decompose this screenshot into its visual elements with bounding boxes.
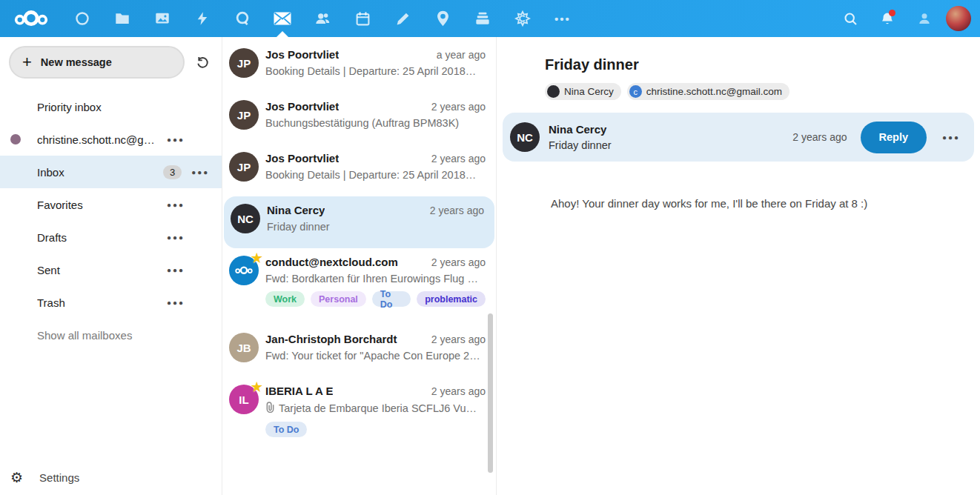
- plus-icon: +: [22, 54, 32, 70]
- message-row[interactable]: JB Jan-Christoph Borchardt 2 years ago F…: [222, 325, 496, 377]
- message-time: 2 years ago: [431, 333, 486, 345]
- sender-avatar: JB: [229, 333, 259, 362]
- sidebar-item-drafts[interactable]: Drafts ●●●: [0, 221, 222, 253]
- nextcloud-logo[interactable]: [0, 0, 62, 37]
- sender-name: Jos Poortvliet: [265, 152, 339, 165]
- sidebar-item-trash[interactable]: Trash ●●●: [0, 286, 222, 319]
- recipient-avatar: c: [629, 85, 642, 98]
- message-row[interactable]: IL ★ IBERIA L A E 2 years ago Tarjeta de…: [222, 377, 496, 454]
- gear-icon: ⚙: [10, 469, 23, 486]
- tag-problematic[interactable]: problematic: [417, 291, 486, 307]
- message-subject: Fwd: Bordkarten für Ihren Eurowings Flug…: [265, 273, 486, 285]
- calendar-icon[interactable]: [342, 0, 383, 37]
- thread-title: Friday dinner: [545, 56, 974, 73]
- reply-button[interactable]: Reply: [861, 122, 927, 153]
- maps-icon[interactable]: [423, 0, 463, 37]
- user-avatar: [946, 6, 971, 31]
- message-time: 2 years ago: [430, 205, 484, 216]
- message-header-card[interactable]: NC Nina Cercy Friday dinner 2 years ago …: [503, 113, 974, 162]
- sender-name: Jos Poortvliet: [265, 48, 339, 61]
- sender-name: IBERIA L A E: [265, 385, 333, 397]
- sidebar-item-sent[interactable]: Sent ●●●: [0, 253, 222, 286]
- tag-list: Work Personal To Do problematic: [265, 291, 486, 307]
- notes-icon[interactable]: [383, 0, 423, 37]
- activity-icon[interactable]: [182, 0, 222, 37]
- sidebar-item-show-all-mailboxes[interactable]: Show all mailboxes: [0, 319, 222, 351]
- collectives-icon[interactable]: [503, 0, 543, 37]
- new-message-button[interactable]: + New message: [9, 46, 185, 79]
- message-subject: Booking Details | Departure: 25 April 20…: [265, 65, 486, 77]
- sender-avatar: NC: [510, 122, 540, 152]
- sender-name: Nina Cercy: [267, 204, 325, 216]
- mail-icon[interactable]: [262, 0, 302, 37]
- sender-name: Jos Poortvliet: [265, 100, 339, 113]
- tag-todo[interactable]: To Do: [372, 291, 411, 307]
- sidebar-item-inbox[interactable]: Inbox 3 ●●●: [0, 156, 222, 188]
- contacts-menu-icon[interactable]: [906, 0, 943, 37]
- mail-sidebar: + New message Priority inbox christine.s…: [0, 37, 222, 495]
- refresh-icon[interactable]: [192, 49, 213, 76]
- more-apps-icon[interactable]: •••: [543, 0, 583, 37]
- sidebar-item-favorites[interactable]: Favorites ●●●: [0, 188, 222, 221]
- card-subject: Friday dinner: [549, 139, 792, 151]
- talk-icon[interactable]: [222, 0, 262, 37]
- sender-name: Jan-Christoph Borchardt: [265, 333, 397, 345]
- recipient-chip[interactable]: Nina Cercy: [545, 83, 621, 100]
- settings-button[interactable]: ⚙ Settings: [0, 459, 222, 495]
- trash-menu-icon[interactable]: ●●●: [163, 299, 188, 307]
- top-navigation-bar: •••: [0, 0, 980, 37]
- search-icon[interactable]: [832, 0, 869, 37]
- drafts-menu-icon[interactable]: ●●●: [163, 233, 188, 242]
- message-row-selected[interactable]: NC Nina Cercy 2 years ago Friday dinner: [224, 196, 494, 248]
- tag-list: To Do: [265, 422, 486, 437]
- message-row[interactable]: JP Jos Poortvliet 2 years ago Buchungsbe…: [222, 93, 496, 144]
- inbox-menu-icon[interactable]: ●●●: [188, 168, 213, 176]
- dashboard-icon[interactable]: [62, 0, 102, 37]
- files-icon[interactable]: [102, 0, 142, 37]
- message-row[interactable]: JP Jos Poortvliet a year ago Booking Det…: [222, 41, 496, 93]
- account-menu-icon[interactable]: ●●●: [163, 136, 188, 144]
- list-scrollbar-thumb[interactable]: [488, 313, 493, 473]
- message-time: 2 years ago: [431, 101, 486, 113]
- message-time: 2 years ago: [431, 385, 486, 397]
- tag-personal[interactable]: Personal: [311, 291, 366, 307]
- sidebar-item-account[interactable]: christine.schott.nc@gmail.com ●●●: [0, 123, 222, 156]
- message-row[interactable]: JP Jos Poortvliet 2 years ago Booking De…: [222, 144, 496, 196]
- message-subject: Buchungsbestätigung (Auftrag BPM83K): [265, 117, 486, 129]
- sender-avatar: IL ★: [229, 385, 259, 414]
- sender-avatar-nextcloud-logo: ★: [229, 256, 259, 285]
- sent-menu-icon[interactable]: ●●●: [163, 266, 188, 274]
- thread-view: Friday dinner Nina Cercy c christine.sch…: [497, 37, 980, 495]
- topbar-spacer: [583, 0, 832, 37]
- notifications-bell-icon[interactable]: [869, 0, 906, 37]
- message-row[interactable]: ★ conduct@nextcloud.com 2 years ago Fwd:…: [222, 248, 496, 325]
- app-menu: •••: [62, 0, 583, 37]
- message-time: 2 years ago: [431, 256, 486, 268]
- message-menu-icon[interactable]: ●●●: [938, 133, 964, 142]
- sender-avatar: JP: [229, 100, 259, 130]
- message-subject: Friday dinner: [267, 221, 484, 233]
- sender-name: conduct@nextcloud.com: [265, 256, 398, 268]
- photos-icon[interactable]: [142, 0, 182, 37]
- deck-icon[interactable]: [463, 0, 503, 37]
- favorites-menu-icon[interactable]: ●●●: [163, 201, 188, 209]
- tag-todo[interactable]: To Do: [265, 422, 307, 437]
- favorite-star-icon: ★: [251, 250, 262, 266]
- sender-avatar: JP: [229, 48, 259, 78]
- message-body: Ahoy! Your dinner day works for me, I'll…: [503, 197, 974, 210]
- attachment-paperclip-icon: [265, 402, 275, 415]
- favorite-star-icon: ★: [251, 379, 262, 395]
- notification-dot: [889, 10, 895, 16]
- mailbox-list: Priority inbox christine.schott.nc@gmail…: [0, 90, 222, 459]
- card-sender-name: Nina Cercy: [549, 123, 792, 136]
- message-list: JP Jos Poortvliet a year ago Booking Det…: [222, 37, 497, 495]
- message-subject: Booking Details | Departure: 25 April 20…: [265, 169, 486, 181]
- sidebar-item-priority-inbox[interactable]: Priority inbox: [0, 90, 222, 123]
- sender-avatar: NC: [231, 204, 260, 233]
- user-menu[interactable]: [943, 0, 980, 37]
- message-time: 2 years ago: [431, 153, 486, 165]
- recipient-chip[interactable]: c christine.schott.nc@gmail.com: [627, 83, 789, 100]
- tag-work[interactable]: Work: [265, 291, 305, 307]
- contacts-icon[interactable]: [302, 0, 342, 37]
- message-subject: Fwd: Your ticket for "Apache Con Europe …: [265, 350, 486, 362]
